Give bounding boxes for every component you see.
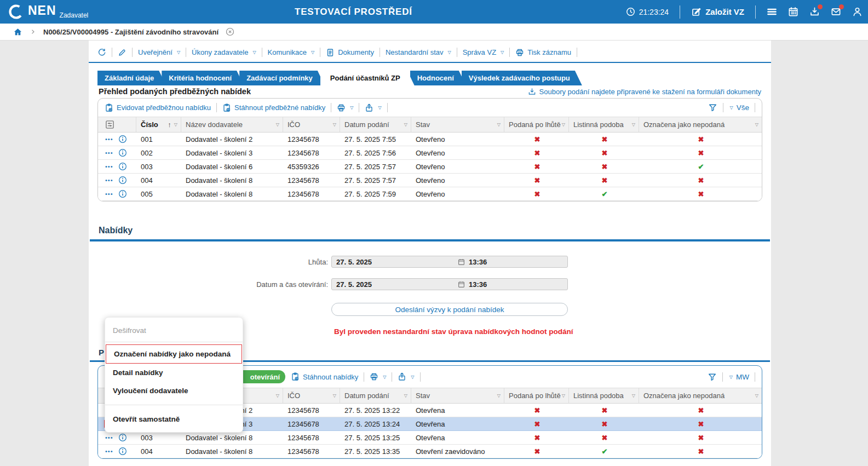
table-row[interactable]: •••003Dodavatel - školení 81234567827. 5… <box>98 431 762 445</box>
row-menu-button[interactable]: ••• <box>105 191 113 197</box>
print-menu[interactable]: ▽ <box>370 372 386 381</box>
column-filter-icon[interactable]: ▽ <box>276 122 279 127</box>
evidovat-predbeznou-button[interactable]: Evidovat předběžnou nabídku <box>105 103 211 112</box>
row-info-button[interactable] <box>118 176 127 185</box>
ukony-zadavatele-menu[interactable]: Úkony zadavatele▽ <box>192 48 256 56</box>
menu-item-otevřít-samostatně[interactable]: Otevřít samostatně <box>105 410 243 428</box>
column-header-podaná-po-lhůtě[interactable]: Podaná po lhůtě▽ <box>504 388 569 403</box>
row-info-button[interactable] <box>118 433 127 442</box>
column-filter-icon[interactable]: ▽ <box>497 393 501 398</box>
filter-button[interactable] <box>708 103 717 112</box>
filter-preset-dropdown[interactable]: ▽ Vše <box>729 103 749 112</box>
table-row[interactable]: •••002Dodavatel - školení 31234567827. 5… <box>98 146 762 160</box>
export-menu[interactable]: ▽ <box>365 103 381 112</box>
column-filter-icon[interactable]: ▽ <box>755 393 758 398</box>
column-filter-icon[interactable]: ▽ <box>562 122 565 127</box>
row-menu-button[interactable]: ••• <box>105 136 113 142</box>
column-header-stav[interactable]: Stav▽ <box>411 388 504 403</box>
stahnout-predbezne-button[interactable]: Stáhnout předběžné nabídky <box>222 103 325 112</box>
messages-button[interactable] <box>831 7 841 17</box>
cell-datum: 27. 5. 2025 7:55 <box>340 135 411 143</box>
menu-item-označení-nabídky-jako-nepodaná[interactable]: Označení nabídky jako nepodaná <box>106 344 242 364</box>
column-filter-icon[interactable]: ▽ <box>404 393 407 398</box>
table-row[interactable]: •••003Dodavatel - školení 64535932627. 5… <box>98 160 762 174</box>
menu-hamburger-icon[interactable] <box>767 7 777 17</box>
pencil-icon <box>118 48 127 57</box>
cell-ico: 12345678 <box>283 176 340 185</box>
filter-button[interactable] <box>708 372 717 382</box>
column-filter-icon[interactable]: ▽ <box>497 122 501 127</box>
tab-v-sledek-zad-vac-ho-postupu[interactable]: Výsledek zadávacího postupu <box>462 71 582 85</box>
filter-preset-dropdown[interactable]: ▽ MW <box>728 373 749 381</box>
column-header-označena-jako-nepodaná[interactable]: Označena jako nepodaná▽ <box>639 117 762 132</box>
row-menu-button[interactable]: ••• <box>105 448 113 454</box>
column-header-označena-jako-nepodaná[interactable]: Označena jako nepodaná▽ <box>639 388 762 403</box>
column-header-název-dodavatele[interactable]: Název dodavatele▽ <box>181 117 283 132</box>
column-filter-icon[interactable]: ▽ <box>562 393 565 398</box>
tab-zad-vac-podm-nky[interactable]: Zadávací podmínky <box>239 71 325 85</box>
column-header-ičo[interactable]: IČO▽ <box>283 117 340 132</box>
downloads-button[interactable] <box>809 7 820 17</box>
row-info-button[interactable] <box>118 135 127 143</box>
nestandardni-stav-menu[interactable]: Nestandardní stav▽ <box>386 48 451 56</box>
refresh-button[interactable] <box>97 48 106 57</box>
print-menu[interactable]: ▽ <box>337 103 353 112</box>
menu-item-vyloučení-dodavatele[interactable]: Vyloučení dodavatele <box>105 382 243 400</box>
row-actions: ••• <box>98 433 136 442</box>
breadcrumb-title[interactable]: N006/25/V00004995 - Zajištění závodního … <box>43 28 219 36</box>
sprava-vz-menu[interactable]: Správa VZ▽ <box>463 48 504 56</box>
column-header-datum-podání[interactable]: Datum podání▽ <box>340 388 411 403</box>
column-filter-icon[interactable]: ▽ <box>174 122 177 127</box>
column-filter-icon[interactable]: ▽ <box>632 122 635 127</box>
row-info-button[interactable] <box>118 447 127 456</box>
row-info-button[interactable] <box>118 148 127 157</box>
row-info-button[interactable] <box>118 189 127 198</box>
tisk-zaznamu-button[interactable]: Tisk záznamu <box>515 48 571 57</box>
column-filter-icon[interactable]: ▽ <box>755 122 758 127</box>
column-filter-icon[interactable]: ▽ <box>333 393 336 398</box>
table-row[interactable]: •••004Dodavatel - školení 81234567827. 5… <box>98 174 762 187</box>
menu-item-detail-nabídky[interactable]: Detail nabídky <box>105 364 243 382</box>
cell-ico: 12345678 <box>283 406 340 415</box>
nen-logo[interactable]: NEN Zadavatel <box>8 3 88 20</box>
table-row[interactable]: •••004Dodavatel - školení 81234567827. 5… <box>98 445 762 458</box>
row-menu-button[interactable]: ••• <box>105 435 113 440</box>
column-filter-icon[interactable]: ▽ <box>276 393 279 398</box>
home-icon[interactable] <box>13 27 22 37</box>
tab-hodnocen-[interactable]: Hodnocení <box>410 71 466 85</box>
calendar-icon[interactable] <box>788 7 798 17</box>
column-header-stav[interactable]: Stav▽ <box>411 117 504 132</box>
dokumenty-button[interactable]: Dokumenty <box>326 48 374 57</box>
table-row[interactable]: •••005Dodavatel - školení 81234567827. 5… <box>98 187 762 201</box>
edit-button[interactable] <box>118 48 127 57</box>
column-header-listinná-podoba[interactable]: Listinná podoba▽ <box>569 117 639 132</box>
row-menu-button[interactable]: ••• <box>105 150 113 156</box>
column-header-podaná-po-lhůtě[interactable]: Podaná po lhůtě▽ <box>504 117 569 132</box>
uverejneni-menu[interactable]: Uveřejnění▽ <box>138 48 180 56</box>
table-row[interactable]: •••001Dodavatel - školení 21234567827. 5… <box>98 133 762 146</box>
row-info-button[interactable] <box>118 162 127 171</box>
column-filter-icon[interactable]: ▽ <box>632 393 635 398</box>
download-files-link[interactable]: Soubory podání najdete připravené ke sta… <box>528 88 761 96</box>
x-mark-icon: ✖ <box>534 149 541 157</box>
close-record-icon[interactable] <box>226 27 234 36</box>
tab-bar: Základní údajeKritéria hodnoceníZadávací… <box>97 71 771 85</box>
tab-pod-n-astn-k-zp[interactable]: Podání účastníků ZP <box>320 71 415 85</box>
tab-z-kladn-daje[interactable]: Základní údaje <box>97 71 166 85</box>
create-vz-button[interactable]: Založit VZ <box>691 7 744 17</box>
row-menu-button[interactable]: ••• <box>105 164 113 169</box>
send-call-button[interactable]: Odeslání výzvy k podání nabídek <box>331 303 568 316</box>
tab-krit-ria-hodnocen-[interactable]: Kritéria hodnocení <box>162 71 244 85</box>
stahnout-nabidky-button[interactable]: Stáhnout nabídky <box>291 372 358 381</box>
column-filter-icon[interactable]: ▽ <box>333 122 336 127</box>
column-filter-icon[interactable]: ▽ <box>404 122 407 127</box>
export-menu[interactable]: ▽ <box>398 372 414 381</box>
column-header-ičo[interactable]: IČO▽ <box>283 388 340 403</box>
column-header-datum-podání[interactable]: Datum podání▽ <box>340 117 411 132</box>
row-menu-button[interactable]: ••• <box>105 177 113 183</box>
column-header-číslo[interactable]: Číslo↑▽ <box>136 117 181 132</box>
column-settings-button[interactable] <box>98 117 136 132</box>
komunikace-menu[interactable]: Komunikace▽ <box>268 48 315 56</box>
user-profile-icon[interactable] <box>852 7 863 17</box>
column-header-listinná-podoba[interactable]: Listinná podoba▽ <box>569 388 639 403</box>
